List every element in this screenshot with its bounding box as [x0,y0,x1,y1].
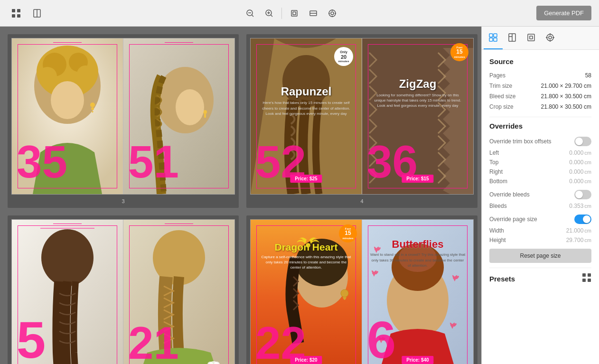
right-unit: cm [584,169,591,175]
page-6[interactable]: Butterflies Want to stand out in a crowd… [362,220,473,364]
page-35[interactable]: 35 [12,38,123,194]
divider-2 [489,268,591,268]
bleeds-val-label: Bleeds [489,203,507,209]
bleeds-label: Override bleeds [489,191,530,198]
panel-tool-target[interactable] [541,27,560,49]
svg-point-18 [331,12,334,15]
left-value: 0.000 [569,149,583,156]
pages-value: 58 [585,72,591,79]
svg-point-70 [549,36,552,39]
bleeds-toggle[interactable] [574,190,591,199]
divider-1 [489,117,591,117]
trim-size-label: Trim size [489,83,512,89]
source-section-title: Source [489,57,591,65]
bottom-value: 0.000 [569,178,583,185]
right-value: 0.000 [569,168,583,175]
page-51-number: 51 [128,139,179,185]
panel-tool-frame[interactable] [522,27,541,49]
svg-point-37 [176,89,204,125]
page-22[interactable]: Dragon Heart Capture a self-confidence w… [251,220,362,364]
svg-point-30 [90,103,95,107]
page-21-number: 21 [128,320,179,364]
page-52-price: Price: $25 [290,175,322,183]
svg-rect-68 [530,36,533,39]
svg-point-69 [547,34,553,41]
svg-rect-61 [494,34,497,37]
height-row: Height 29.700 cm [489,235,591,245]
crop-size-label: Crop size [489,103,514,110]
zoom-out-btn[interactable] [242,5,259,22]
bleeds-val-input: 0.353 cm [569,203,591,209]
reset-page-size-btn[interactable]: Reset page size [489,249,591,263]
page-52-title: Rapunzel [251,85,362,98]
bleed-size-value: 21.800 × 30.500 cm [541,93,591,100]
single-view-btn[interactable] [28,5,46,22]
page-6-subtitle: Want to stand out in a crowd? Try this a… [362,251,473,270]
actual-size-btn[interactable] [324,5,341,22]
top-input: 0.000 cm [569,159,591,166]
svg-line-10 [271,15,272,17]
zoom-in-btn[interactable] [261,5,278,22]
page-36[interactable]: ZigZag Looking for something different? … [362,38,473,194]
page-size-toggle[interactable] [574,215,591,224]
page-6-price: Price: $40 [402,356,433,364]
bleed-size-row: Bleed size 21.800 × 30.500 cm [489,91,591,102]
bleeds-unit: cm [584,203,591,209]
svg-rect-3 [17,14,20,18]
pages-row: Pages 58 [489,70,591,81]
panel-content: Source Pages 58 Trim size 21.000 × 29.70… [482,50,599,364]
toolbar-center [242,5,341,22]
page-5[interactable]: 5 [12,220,123,364]
toolbar-right: Generate PDF [536,6,591,20]
height-input: 29.700 cm [566,237,591,243]
svg-rect-67 [528,34,534,41]
fit-page-btn[interactable] [286,5,303,22]
svg-rect-60 [489,34,493,37]
width-unit: cm [584,228,591,233]
svg-point-31 [91,107,94,110]
presets-title: Presets [489,275,515,283]
trim-size-value: 21.000 × 29.700 cm [541,83,591,89]
svg-rect-77 [582,279,586,282]
svg-rect-14 [293,12,296,15]
panel-tool-layout[interactable] [484,27,503,49]
top-label: Top [489,159,498,166]
width-row: Width 21.000 cm [489,226,591,235]
fit-width-btn[interactable] [305,5,322,22]
trim-box-label: Override trim box offsets [489,138,552,145]
bottom-row: Bottom 0.000 cm [489,177,591,186]
generate-pdf-btn[interactable]: Generate PDF [536,6,591,20]
main-toolbar: Generate PDF [0,0,599,27]
height-value: 29.700 [566,237,584,243]
layout-view-btn[interactable] [8,5,25,22]
page-35-number: 35 [17,139,67,185]
page-22-title: Dragon Heart [251,242,362,253]
left-row: Left 0.000 cm [489,148,591,158]
page-21[interactable]: 21 [123,220,234,364]
toolbar-left [8,5,46,22]
page-36-price: Price: $15 [402,175,433,183]
crop-size-row: Crop size 21.800 × 30.500 cm [489,102,591,112]
panel-tool-pages[interactable] [503,27,522,49]
bleeds-row: Override bleeds [489,188,591,201]
width-input: 21.000 cm [566,227,591,234]
svg-rect-1 [17,9,20,12]
page-52[interactable]: Rapunzel Here's how that takes only 15 m… [251,38,362,194]
page-51-line [165,42,193,43]
svg-rect-78 [588,279,591,282]
presets-grid-icon[interactable] [582,273,591,285]
svg-rect-62 [489,38,493,41]
canvas-area[interactable]: 35 [0,27,481,364]
page-51[interactable]: 51 [123,38,234,194]
left-unit: cm [584,150,591,156]
crop-size-value: 21.800 × 30.500 cm [541,103,591,110]
page-5-number: 5 [17,314,46,364]
right-row: Right 0.000 cm [489,167,591,177]
trim-box-toggle[interactable] [574,137,591,146]
svg-point-43 [41,229,94,286]
main-area: 35 [0,27,599,364]
page-22-price: Price: $20 [290,356,322,364]
page-21-line [165,224,193,224]
page-36-badge: Fast15minutes [450,43,468,61]
height-unit: cm [584,237,591,243]
